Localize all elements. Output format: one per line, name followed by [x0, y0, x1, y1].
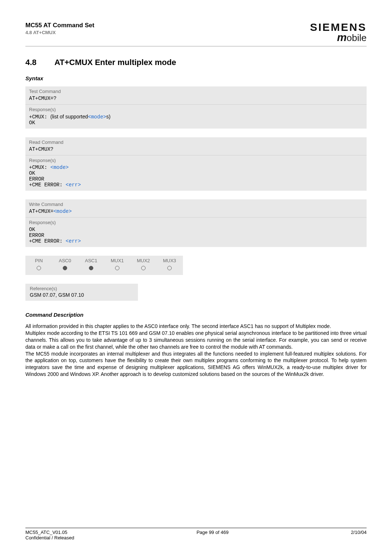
dot-empty-icon [37, 266, 41, 270]
write-label: Write Command [29, 202, 363, 207]
reference-block: Reference(s) GSM 07.07, GSM 07.10 [25, 284, 138, 301]
test-label: Test Command [29, 89, 363, 94]
footer-center: Page 99 of 469 [196, 530, 228, 540]
doc-title: MC55 AT Command Set [25, 22, 94, 29]
read-resp-line1: +CMUX: <mode> [29, 165, 363, 170]
read-label: Read Command [29, 139, 363, 145]
read-resp-cme: +CME ERROR: <err> [29, 182, 363, 188]
section-number: 4.8 [25, 58, 40, 67]
footer-left: MC55_ATC_V01.05 Confidential / Released [25, 530, 74, 540]
support-head-asc1: ASC1 [83, 258, 99, 263]
write-cmd: AT+CMUX=<mode> [29, 208, 363, 214]
support-head-mux1: MUX1 [109, 258, 126, 263]
dot-empty-icon [141, 266, 146, 270]
write-resp-label: Response(s) [29, 220, 363, 225]
read-resp-ok: OK [29, 170, 363, 176]
header-left: MC55 AT Command Set 4.8 AT+CMUX [25, 22, 94, 35]
test-cmd: AT+CMUX=? [29, 96, 363, 101]
syntax-label: Syntax [25, 75, 367, 81]
support-dot-mux2 [135, 263, 152, 271]
support-dot-asc1 [83, 263, 99, 271]
support-dot-mux3 [161, 263, 178, 271]
read-command-block: Read Command AT+CMUX? Response(s) +CMUX:… [25, 137, 367, 191]
description-body: All information provided in this chapter… [25, 323, 367, 378]
dot-empty-icon [115, 266, 119, 270]
write-resp-ok: OK [29, 227, 363, 232]
reference-label: Reference(s) [30, 286, 134, 291]
write-resp-error: ERROR [29, 232, 363, 238]
test-command-block: Test Command AT+CMUX=? Response(s) +CMUX… [25, 86, 367, 129]
support-headers: PIN ASC0 ASC1 MUX1 MUX2 MUX3 [30, 258, 178, 263]
support-dot-mux1 [109, 263, 126, 271]
support-head-mux3: MUX3 [161, 258, 178, 263]
page-footer: MC55_ATC_V01.05 Confidential / Released … [25, 528, 367, 540]
doc-subsection: 4.8 AT+CMUX [25, 30, 94, 35]
test-resp-line: +CMUX: (list of supported<mode>s) [29, 114, 363, 120]
test-resp-label: Response(s) [29, 107, 363, 112]
dot-filled-icon [63, 266, 67, 270]
read-cmd: AT+CMUX? [29, 146, 363, 152]
support-values [30, 263, 178, 271]
support-table: PIN ASC0 ASC1 MUX1 MUX2 MUX3 [25, 256, 183, 275]
page-header: MC55 AT Command Set 4.8 AT+CMUX SIEMENS … [25, 22, 367, 47]
dot-empty-icon [167, 266, 172, 270]
section-name: AT+CMUX Enter multiplex mode [54, 58, 176, 67]
test-resp-ok: OK [29, 120, 363, 126]
support-head-pin: PIN [30, 258, 47, 263]
write-resp-cme: +CME ERROR: <err> [29, 238, 363, 244]
reference-text: GSM 07.07, GSM 07.10 [30, 292, 134, 298]
description-heading: Command Description [25, 312, 367, 318]
support-dot-pin [30, 263, 47, 271]
footer-right: 2/10/04 [351, 530, 367, 540]
write-command-block: Write Command AT+CMUX=<mode> Response(s)… [25, 199, 367, 247]
read-resp-error: ERROR [29, 176, 363, 182]
section-title: 4.8 AT+CMUX Enter multiplex mode [25, 58, 367, 67]
support-head-asc0: ASC0 [57, 258, 73, 263]
read-resp-label: Response(s) [29, 158, 363, 163]
brand-logo: SIEMENS mobile [310, 22, 367, 43]
dot-filled-icon [89, 266, 93, 270]
brand-sub: mobile [310, 32, 367, 43]
support-head-mux2: MUX2 [135, 258, 152, 263]
support-dot-asc0 [57, 263, 73, 271]
